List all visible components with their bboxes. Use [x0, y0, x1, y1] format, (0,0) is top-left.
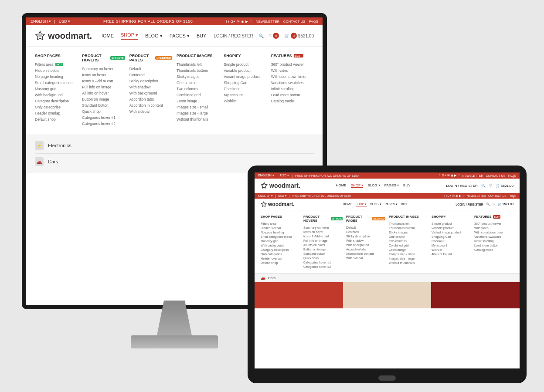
tablet-sidebar-cars[interactable]: 🚗 Cars — [255, 273, 520, 282]
t-contact[interactable]: CONTACT US — [486, 174, 505, 177]
list-item[interactable]: Masonry grid — [35, 86, 78, 92]
list-item[interactable]: With sidebar — [346, 256, 385, 260]
list-item[interactable]: Centered — [129, 72, 172, 78]
list-item[interactable]: Hidden sidebar — [35, 68, 78, 74]
t2-faqs[interactable]: FAQS — [509, 194, 516, 197]
list-item[interactable]: Infinit scrolling — [271, 86, 314, 92]
t2-search[interactable]: 🔍 — [486, 203, 490, 206]
list-item[interactable]: Infinit scrolling — [474, 239, 513, 243]
list-item[interactable]: With background — [261, 243, 300, 247]
list-item[interactable]: Variations swatches — [474, 234, 513, 239]
list-item[interactable]: Full info on image — [82, 84, 125, 90]
list-item[interactable]: Wishlist — [224, 98, 266, 104]
list-item[interactable]: With countdown timer — [474, 230, 513, 234]
wishlist-icon[interactable]: ♡ 0 — [269, 33, 279, 39]
list-item[interactable]: Accordion in content — [129, 102, 172, 108]
list-item[interactable]: Icons on hover — [303, 230, 343, 234]
list-item[interactable]: Images size - small — [389, 252, 428, 256]
list-item[interactable]: Variant image product — [224, 74, 266, 80]
list-item[interactable]: Variable product — [224, 68, 266, 74]
t-nav-home[interactable]: HOME — [336, 183, 347, 188]
list-item[interactable]: Two columns — [177, 86, 219, 92]
list-item[interactable]: Masonry grid — [261, 239, 300, 243]
list-item[interactable]: 360° product viewer — [271, 61, 314, 68]
nav-buy[interactable]: BUY — [197, 33, 207, 38]
list-item[interactable]: Accordion tabs — [129, 96, 172, 102]
list-item[interactable]: Icons & Add to cart — [82, 78, 125, 84]
list-item[interactable]: Header overlap — [35, 110, 78, 116]
search-icon[interactable]: 🔍 — [258, 34, 264, 38]
tablet-currency[interactable]: USD ▾ — [280, 174, 289, 177]
cart-icon[interactable]: 🛒 0 $521.00 — [284, 33, 314, 39]
tablet-home-button[interactable] — [378, 375, 396, 381]
list-item[interactable]: No page heading — [261, 230, 300, 234]
list-item[interactable]: 360° product viewer — [474, 221, 513, 226]
list-item[interactable]: Default — [129, 66, 172, 72]
list-item[interactable]: Checkout — [224, 86, 266, 92]
list-item[interactable]: Category description — [35, 98, 78, 104]
t2-newsletter[interactable]: NEWSLETTER — [467, 194, 486, 197]
list-item[interactable]: Categories hover #1 — [303, 260, 343, 264]
list-item[interactable]: With background — [129, 90, 172, 96]
t-cart[interactable]: 🛒 $521.00 — [496, 184, 513, 188]
instagram-icon[interactable]: ◉ — [241, 20, 244, 24]
list-item[interactable]: Small categories menu — [35, 80, 78, 86]
list-item[interactable]: Accordion tabs — [346, 247, 385, 251]
list-item[interactable]: Thumbnails left — [177, 61, 219, 68]
list-item[interactable]: One column — [389, 234, 428, 239]
list-item[interactable]: All info on hover — [82, 90, 125, 96]
email-icon[interactable]: ✉ — [237, 20, 240, 24]
list-item[interactable]: Wishlist — [432, 247, 471, 252]
list-item[interactable]: With shadow — [129, 84, 172, 90]
t-nav-buy[interactable]: BUY — [403, 183, 410, 188]
list-item[interactable]: Default shop — [35, 116, 78, 122]
list-item[interactable]: Button on image — [303, 247, 343, 251]
list-item[interactable]: With shadow — [346, 238, 385, 243]
list-item[interactable]: Filters area HOT — [35, 61, 78, 68]
list-item[interactable]: With background — [346, 243, 385, 247]
list-item[interactable]: Default — [346, 225, 385, 230]
list-item[interactable]: Accordion in content — [346, 251, 385, 256]
list-item[interactable]: Small categories menu — [261, 234, 300, 239]
list-item[interactable]: Catalog mode — [474, 247, 513, 252]
t-nav-shop[interactable]: SHOP ▾ — [351, 183, 364, 188]
faqs-link[interactable]: FAQS — [309, 20, 318, 24]
list-item[interactable]: Quick shop — [303, 256, 343, 260]
list-item[interactable]: Filters area — [261, 221, 300, 226]
t2-nav-home[interactable]: HOME — [343, 203, 352, 206]
nav-home[interactable]: HOME — [99, 33, 114, 38]
list-item[interactable]: My account — [224, 92, 266, 98]
list-item[interactable]: My account — [432, 243, 471, 247]
tablet-logo1[interactable]: woodmart. — [261, 182, 300, 189]
nav-pages[interactable]: PAGES ▾ — [170, 33, 190, 39]
list-item[interactable]: Catalog mode — [271, 98, 314, 104]
list-item[interactable]: Only categories — [35, 104, 78, 110]
list-item[interactable]: Simple product — [432, 221, 471, 226]
t-wishlist[interactable]: ♡ — [489, 184, 492, 188]
t2-wishlist[interactable]: ♡ — [493, 203, 495, 206]
login-register[interactable]: LOGIN / REGISTER — [214, 34, 253, 38]
list-item[interactable]: Two columns — [389, 239, 428, 243]
list-item[interactable]: Shopping Cart — [224, 80, 266, 86]
list-item[interactable]: With sidebar — [129, 108, 172, 115]
list-item[interactable]: Centered — [346, 230, 385, 234]
t2-lang[interactable]: ENGLISH ▾ — [258, 194, 273, 198]
list-item[interactable]: Full info on image — [303, 238, 343, 243]
list-item[interactable]: Without thumbnails — [177, 116, 219, 122]
list-item[interactable]: Variations swatches — [271, 80, 314, 86]
list-item[interactable]: Categories hover #2 — [303, 264, 343, 269]
list-item[interactable]: Summary on hover — [303, 225, 343, 230]
list-item[interactable]: Thumbnails left — [389, 221, 428, 226]
newsletter-link[interactable]: NEWSLETTER — [256, 20, 280, 24]
t-faqs[interactable]: FAQS — [508, 174, 516, 177]
list-item[interactable]: Thumbnails bottom — [389, 226, 428, 230]
list-item[interactable]: Standard button — [82, 102, 125, 108]
list-item[interactable]: Header overlap — [261, 256, 300, 260]
list-item[interactable]: Zoom image — [389, 247, 428, 252]
list-item[interactable]: Icons & Add to cart — [303, 234, 343, 238]
list-item[interactable]: Standard button — [303, 251, 343, 256]
t-nav-blog[interactable]: BLOG ▾ — [367, 183, 380, 188]
list-item[interactable]: With countdown timer — [271, 74, 314, 80]
list-item[interactable]: Sticky images — [177, 74, 219, 80]
list-item[interactable]: Thumbnails bottom — [177, 68, 219, 74]
